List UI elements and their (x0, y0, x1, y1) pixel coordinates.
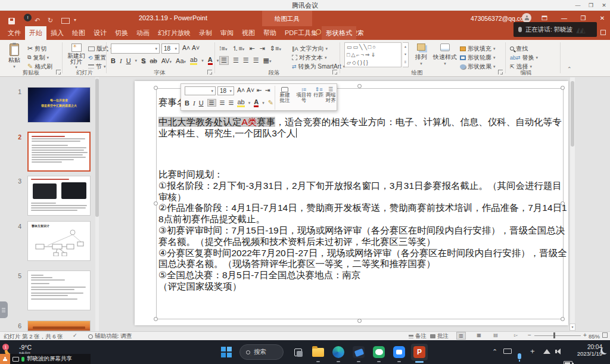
slide-thumbnail-1[interactable]: 每一位开发者 都是夜空中汇聚的星星之火 (27, 87, 91, 123)
reset-button[interactable]: ⟲重置 (88, 53, 107, 62)
mini-underline-button[interactable]: U (199, 99, 204, 107)
meeting-app-button[interactable] (391, 344, 407, 360)
info-badge-icon[interactable]: ! (24, 14, 32, 21)
handle-top-center[interactable] (357, 84, 362, 88)
scroll-down-arrow[interactable]: ▾ (569, 323, 575, 331)
mini-format-painter-icon[interactable]: ✎ (268, 99, 273, 107)
redo-icon[interactable]: ↻ (48, 17, 53, 24)
font-name-combobox[interactable]: ▾ (111, 43, 160, 54)
search-pill[interactable]: 搜索 (239, 344, 284, 360)
handle-bottom-right[interactable] (561, 317, 565, 321)
tab-slideshow[interactable]: 幻灯片放映 (154, 26, 195, 40)
handle-bottom-left[interactable] (154, 317, 158, 321)
align-text-button[interactable]: 对齐文本▾ (292, 53, 327, 62)
slide-thumbnail-5[interactable] (27, 270, 91, 310)
mini-grow-font-icon[interactable]: A˄ (237, 86, 245, 94)
arrange-button[interactable]: 排列▾ (412, 43, 430, 66)
mini-bullets-button[interactable]: ⁝≡ 项目符号 (295, 87, 312, 103)
tab-shape-format[interactable]: 形状格式 (322, 26, 356, 40)
tab-design[interactable]: 设计 (89, 26, 111, 40)
tab-insert[interactable]: 插入 (46, 26, 68, 40)
mini-align-right-button[interactable]: ☰ (229, 99, 234, 106)
wechat-button[interactable] (371, 344, 387, 360)
file-explorer-button[interactable] (310, 344, 326, 360)
paragraph-dialog-launcher-icon[interactable] (332, 70, 337, 74)
replace-button[interactable]: ab⇄替换▾ (510, 53, 538, 62)
slide-thumbnail-4[interactable]: 整体方案设计 (27, 221, 91, 261)
tray-mic-icon[interactable] (518, 353, 521, 359)
quick-styles-button[interactable]: 快速样式▾ (432, 43, 458, 66)
app-button[interactable] (350, 344, 367, 360)
account-email[interactable]: 473056372@qq.com (471, 15, 529, 22)
shape-effects-button[interactable]: 形状效果▾ (460, 62, 496, 71)
tray-move-icon[interactable]: + (530, 347, 535, 356)
slide-thumbnail-6[interactable] (27, 321, 91, 331)
font-size-combobox[interactable]: 18▾ (161, 43, 179, 54)
mini-highlight-button[interactable]: ab (237, 98, 244, 107)
mini-increase-indent-icon[interactable]: ⇥ (265, 86, 270, 94)
mini-new-comment-button[interactable]: 新建批注 (278, 87, 292, 103)
new-slide-button[interactable]: 新建幻灯片▾ (66, 43, 87, 70)
tab-view[interactable]: 视图 (238, 26, 259, 40)
italic-button[interactable]: I (120, 57, 122, 64)
handle-top-left[interactable] (154, 86, 158, 90)
comments-button[interactable]: 批注 (430, 332, 449, 340)
zoom-slider-track[interactable] (534, 335, 581, 336)
justify-button[interactable]: ☰ (253, 57, 259, 64)
task-view-button[interactable] (290, 344, 306, 360)
share-avatar-icon[interactable] (0, 354, 10, 364)
view-normal-button[interactable]: ▥ (456, 332, 466, 340)
clipboard-dialog-launcher-icon[interactable] (56, 70, 61, 74)
meeting-toolbar-handle[interactable] (0, 301, 8, 318)
clock[interactable]: 20:04 2023/1/19 (576, 344, 602, 357)
tray-expand-icon[interactable]: ⌃ (492, 348, 497, 356)
start-button[interactable] (218, 344, 235, 360)
align-right-button[interactable]: ☰ (243, 57, 249, 64)
numbering-button[interactable]: ⒈≡▾ (232, 44, 244, 53)
qat-dropdown-icon[interactable]: ▾ (74, 17, 76, 23)
line-spacing-button[interactable]: ⇕≡▾ (270, 45, 281, 52)
mini-font-combobox[interactable]: ▾ (185, 86, 216, 95)
columns-button[interactable]: ▦▾ (263, 57, 272, 64)
ppt-close-icon[interactable]: ✕ (597, 13, 608, 24)
slide-thumbnail-3[interactable] (27, 176, 91, 216)
font-dialog-launcher-icon[interactable] (207, 70, 212, 74)
handle-bottom-center[interactable] (357, 319, 362, 323)
text-direction-button[interactable]: ∥A文字方向▾ (292, 44, 328, 53)
shadow-button[interactable]: S (141, 57, 145, 64)
align-center-button[interactable]: ☰ (233, 57, 239, 64)
tab-record[interactable]: 录制 (195, 26, 216, 40)
bullets-button[interactable]: ⁝≡▾ (219, 45, 227, 52)
handle-mid-right[interactable] (561, 201, 565, 206)
align-left-button[interactable]: ☰ (219, 56, 229, 65)
char-spacing-button[interactable]: AV▾ (161, 57, 172, 64)
tab-transitions[interactable]: 切换 (111, 26, 132, 40)
undo-icon[interactable]: ↶ (35, 17, 40, 24)
mini-font-color-button[interactable]: A (254, 98, 259, 107)
highlight-color-button[interactable]: ab (190, 56, 197, 65)
tab-help[interactable]: 帮助 (259, 26, 281, 40)
powerpoint-taskbar-button[interactable]: P (411, 344, 428, 360)
thumbnail-scrollbar-thumb[interactable] (95, 79, 99, 217)
shapes-gallery-scroll[interactable]: ▴▾≡ (403, 42, 409, 67)
battery-icon[interactable] (564, 361, 572, 364)
collapse-ribbon-icon[interactable]: ⌃ (567, 66, 572, 72)
change-case-button[interactable]: Aa▾ (176, 57, 186, 64)
slide-scrollbar-thumb[interactable] (571, 81, 574, 147)
volume-icon[interactable] (555, 349, 561, 354)
decrease-indent-icon[interactable]: ⇤ (249, 45, 254, 52)
paste-button[interactable]: 粘贴▾ (6, 43, 23, 69)
shape-fill-button[interactable]: 形状填充▾ (460, 44, 496, 53)
accessibility-status[interactable]: 辅助功能: 调查 (88, 332, 132, 340)
bold-button[interactable]: B (111, 57, 116, 64)
layout-button[interactable]: 版式▾ (88, 44, 113, 53)
zoom-slider-thumb[interactable] (553, 332, 555, 338)
tab-home[interactable]: 开始 (25, 26, 46, 40)
mini-decrease-indent-icon[interactable]: ⇤ (257, 86, 262, 94)
zoom-level[interactable]: 85% (589, 333, 600, 340)
meeting-close-icon[interactable]: ✕ (599, 1, 609, 10)
mini-align-center-button[interactable]: ☰ (220, 99, 225, 106)
edge-button[interactable] (330, 344, 347, 360)
night-mode-icon[interactable] (600, 347, 608, 354)
shrink-font-icon[interactable]: A˅ (192, 44, 200, 51)
